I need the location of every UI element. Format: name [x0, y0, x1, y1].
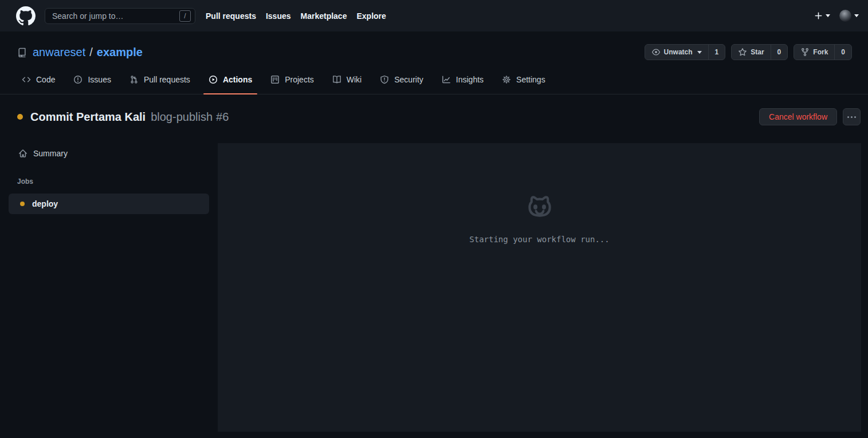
eye-icon: [651, 48, 661, 57]
star-label: Star: [751, 48, 764, 56]
sidebar-summary-label: Summary: [33, 149, 68, 158]
fork-button[interactable]: Fork: [794, 45, 834, 60]
run-title: Commit Pertama Kali: [30, 111, 146, 124]
repo-icon: [17, 48, 27, 57]
run-sidebar: Summary Jobs deploy: [0, 138, 218, 436]
git-pull-request-icon: [129, 75, 139, 84]
run-content: Summary Jobs deploy Starting your workfl…: [0, 138, 868, 436]
tab-actions[interactable]: Actions: [199, 68, 261, 94]
tab-security[interactable]: Security: [371, 68, 433, 94]
job-status-in-progress-icon: [20, 202, 25, 206]
workflow-run-header: Commit Pertama Kali blog-publish #6 Canc…: [0, 94, 868, 138]
sidebar-job-deploy[interactable]: deploy: [9, 194, 209, 214]
search-input[interactable]: [52, 11, 179, 21]
user-menu[interactable]: [839, 10, 859, 22]
repo-name-link[interactable]: example: [97, 46, 143, 59]
nav-pull-requests[interactable]: Pull requests: [206, 11, 256, 21]
plus-icon: [814, 11, 823, 20]
kebab-icon: [847, 116, 849, 118]
unwatch-button[interactable]: Unwatch: [645, 45, 708, 60]
breadcrumb-separator: /: [89, 46, 93, 59]
workflow-name: blog-publish: [151, 111, 213, 124]
avatar: [839, 10, 851, 22]
run-log-panel: Starting your workflow run...: [218, 143, 861, 432]
repo-fork-icon: [800, 48, 810, 57]
home-icon: [18, 149, 28, 158]
primary-nav: Pull requests Issues Marketplace Explore: [206, 11, 386, 21]
unwatch-label: Unwatch: [664, 48, 693, 56]
issue-opened-icon: [73, 75, 83, 84]
repo-social-actions: Unwatch 1 Star 0 Fork 0: [645, 44, 852, 60]
kebab-icon: [851, 116, 853, 118]
tab-label: Projects: [285, 75, 314, 84]
tab-wiki[interactable]: Wiki: [323, 68, 371, 94]
star-button-group: Star 0: [731, 44, 788, 60]
graph-icon: [442, 75, 451, 84]
tab-label: Settings: [516, 75, 545, 84]
shield-icon: [380, 75, 389, 84]
chevron-down-icon: [854, 14, 859, 17]
cancel-workflow-button[interactable]: Cancel workflow: [759, 108, 837, 125]
book-icon: [332, 75, 341, 84]
fork-button-group: Fork 0: [794, 44, 852, 60]
tab-label: Issues: [88, 75, 111, 84]
forks-count[interactable]: 0: [834, 45, 851, 60]
top-navigation: / Pull requests Issues Marketplace Explo…: [0, 0, 868, 31]
gear-icon: [502, 75, 511, 84]
tab-projects[interactable]: Projects: [261, 68, 323, 94]
topnav-right: [814, 10, 859, 22]
tab-insights[interactable]: Insights: [433, 68, 493, 94]
watch-button-group: Unwatch 1: [645, 44, 726, 60]
project-icon: [270, 75, 280, 84]
octoface-icon: [523, 192, 556, 226]
tab-label: Insights: [456, 75, 484, 84]
star-icon: [738, 48, 747, 57]
star-button[interactable]: Star: [732, 45, 770, 60]
breadcrumb: anwareset / example: [17, 46, 143, 59]
fork-label: Fork: [813, 48, 828, 56]
run-number: #6: [216, 111, 229, 124]
github-logo-icon[interactable]: [16, 6, 36, 26]
chevron-down-icon: [697, 51, 702, 54]
tab-label: Pull requests: [144, 75, 190, 84]
create-new-menu[interactable]: [814, 11, 830, 20]
slash-key-hint: /: [179, 10, 191, 22]
repo-owner-link[interactable]: anwareset: [33, 46, 85, 59]
tab-label: Actions: [223, 75, 252, 84]
repository-header: anwareset / example Unwatch 1 Star 0: [0, 31, 868, 60]
run-status-in-progress-icon: [17, 114, 23, 120]
workflow-starting-message: Starting your workflow run...: [469, 235, 609, 244]
tab-label: Wiki: [347, 75, 362, 84]
chevron-down-icon: [826, 14, 830, 17]
tab-settings[interactable]: Settings: [493, 68, 555, 94]
kebab-icon: [854, 116, 856, 118]
watchers-count[interactable]: 1: [708, 45, 725, 60]
code-icon: [22, 75, 31, 84]
nav-explore[interactable]: Explore: [356, 11, 386, 21]
jobs-heading: Jobs: [17, 177, 209, 186]
global-search: /: [45, 8, 195, 24]
stars-count[interactable]: 0: [771, 45, 788, 60]
repo-tab-nav: Code Issues Pull requests Actions Projec…: [0, 68, 868, 94]
nav-issues[interactable]: Issues: [266, 11, 291, 21]
more-options-button[interactable]: [843, 108, 861, 125]
job-name: deploy: [32, 199, 58, 208]
tab-code[interactable]: Code: [13, 68, 64, 94]
tab-label: Security: [394, 75, 423, 84]
tab-pull-requests[interactable]: Pull requests: [120, 68, 199, 94]
tab-issues[interactable]: Issues: [64, 68, 120, 94]
play-icon: [209, 75, 218, 84]
sidebar-item-summary[interactable]: Summary: [9, 145, 209, 162]
tab-label: Code: [36, 75, 55, 84]
nav-marketplace[interactable]: Marketplace: [301, 11, 347, 21]
